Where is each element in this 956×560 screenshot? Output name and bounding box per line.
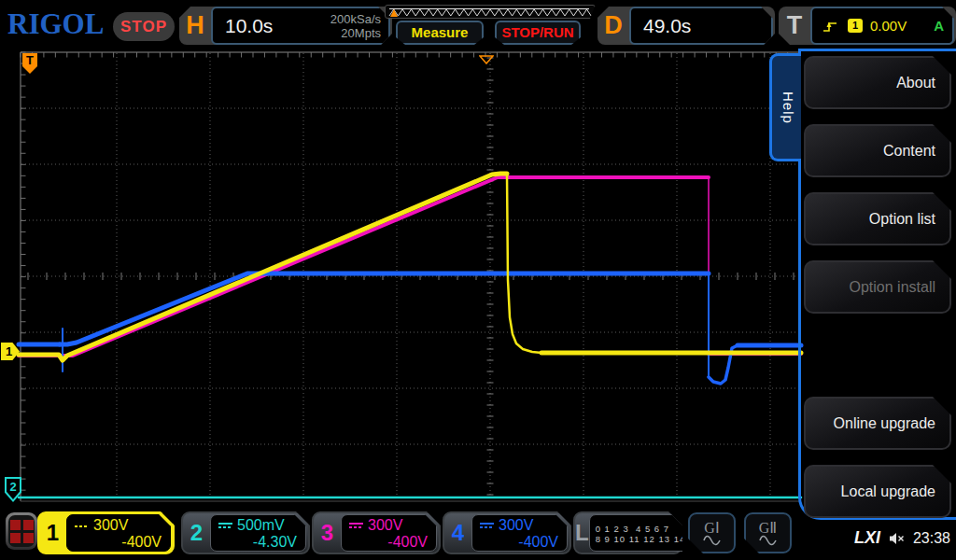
coupling-icon [349,523,363,528]
stop-run-button[interactable]: STOP/RUN [495,21,581,45]
acquisition-info: 200kSa/s 20Mpts [330,12,381,40]
ch2-level-marker[interactable]: 2 [5,477,21,502]
status-row: LXI 23:38 [854,528,950,548]
horizontal-label: H [179,11,211,40]
delay-group[interactable]: D 49.0s [598,7,775,45]
measure-button[interactable]: Measure [396,21,484,45]
channel-scale: 300V [368,517,402,534]
horizontal-group[interactable]: H 10.0s 200kSa/s 20Mpts [179,7,392,45]
channel-scale: 500mV [237,517,285,534]
coupling-icon [480,523,494,528]
delay-value: 49.0s [643,15,691,37]
nav-grid-button[interactable] [6,512,37,550]
trigger-group[interactable]: T 1 0.00V A [779,7,956,45]
channel-offset: -400V [349,534,428,551]
logic-channels-row2: 8 9 10 11 12 13 14 15 [596,534,701,544]
channel-box-3[interactable]: 3 300V -400V [312,511,441,554]
ch1-level-marker[interactable]: 1 [1,343,20,360]
trigger-label: T [779,11,810,40]
trigger-level: 0.00V [870,18,907,34]
channel-number: 4 [444,513,471,553]
trigger-mode: A [934,18,944,34]
channel-box-4[interactable]: 4 300V -400V [443,511,571,554]
sine-icon [703,535,722,546]
trigger-slope-icon [822,19,838,34]
memory-bar[interactable] [385,5,596,19]
channel-offset: -4.30V [218,534,297,551]
delay-box[interactable]: 49.0s [629,7,773,45]
trigger-source-badge: 1 [848,19,863,33]
coupling-icon [218,523,232,528]
help-tab[interactable]: Help [769,53,801,161]
gen1-label: GⅠ [704,521,719,535]
nav-grid-icon [8,515,35,547]
gen2-label: GⅡ [759,521,777,535]
trigger-position-marker[interactable]: T [22,53,37,74]
channel-offset: -400V [480,534,558,551]
channel-scale: 300V [499,517,533,534]
mute-icon[interactable] [889,532,905,545]
channel-box-1[interactable]: 1 300V -400V [37,511,175,554]
run-state-badge: STOP [113,12,175,41]
gen2-button[interactable]: GⅡ [744,512,792,553]
oscilloscope-screen: RIGOL STOP H 10.0s 200kSa/s 20Mpts Measu… [0,0,956,560]
coupling-icon [75,524,89,527]
menu-item-content[interactable]: Content [804,124,951,177]
channel-scale: 300V [93,517,128,534]
timebase-value: 10.0s [225,15,273,37]
lxi-logo: LXI [854,528,880,548]
logic-channels-row1: 0 1 2 3 4 5 6 7 [596,524,701,534]
channel-number: 1 [39,513,66,553]
menu-item-option-install: Option install [804,260,951,314]
brand-logo: RIGOL [7,7,104,41]
channel-offset: -400V [75,534,162,551]
menu-item-online-upgrade[interactable]: Online upgrade [804,397,951,450]
delay-position-marker[interactable] [479,51,494,61]
channel-number: 3 [314,513,341,553]
memory-depth: 20Mpts [341,26,381,40]
channel-number: 2 [183,513,210,553]
channel-box-2[interactable]: 2 500mV -4.30V [181,511,310,554]
logic-label: L [575,513,589,553]
sine-icon [759,535,778,546]
menu-item-local-upgrade[interactable]: Local upgrade [804,465,951,518]
trigger-box[interactable]: 1 0.00V A [810,7,954,45]
delay-label: D [598,11,629,40]
timebase-box[interactable]: 10.0s 200kSa/s 20Mpts [211,7,390,45]
menu-item-option-list[interactable]: Option list [804,192,951,245]
clock: 23:38 [913,530,950,547]
logic-box[interactable]: L 0 1 2 3 4 5 6 7 8 9 10 11 12 13 14 15 [573,511,682,554]
gen1-button[interactable]: GⅠ [688,512,736,553]
sample-rate: 200kSa/s [330,12,381,26]
menu-item-about[interactable]: About [804,56,951,109]
